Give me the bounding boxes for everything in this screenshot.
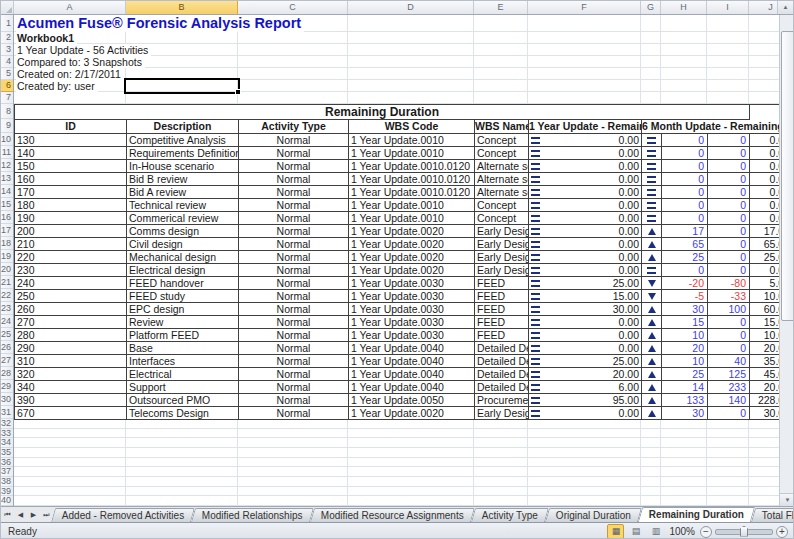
empty-cell[interactable] [528, 92, 641, 103]
sheet-tab-modified-resource-assignments[interactable]: Modified Resource Assignments [310, 508, 475, 522]
empty-cell[interactable] [641, 477, 661, 486]
empty-cell[interactable] [474, 68, 528, 79]
empty-cell[interactable] [661, 496, 707, 505]
row-header-40[interactable]: 40 [1, 496, 13, 506]
row-header-23[interactable]: 23 [1, 302, 13, 315]
empty-cell[interactable] [641, 487, 661, 496]
empty-cell[interactable] [14, 92, 126, 103]
empty-cell[interactable] [707, 32, 749, 43]
empty-cell[interactable] [348, 467, 474, 476]
empty-cell[interactable] [14, 448, 126, 457]
zoom-in-icon[interactable]: + [776, 526, 788, 538]
empty-cell[interactable] [707, 419, 749, 428]
empty-cell[interactable] [749, 438, 779, 447]
previous-sheet-icon[interactable]: ◀ [14, 508, 27, 522]
empty-cell[interactable] [14, 487, 126, 496]
fill-handle[interactable] [235, 89, 241, 95]
row-header-11[interactable]: 11 [1, 146, 13, 159]
empty-cell[interactable] [749, 487, 779, 496]
empty-cell[interactable] [238, 419, 348, 428]
empty-cell[interactable] [348, 477, 474, 486]
column-header-J[interactable]: J [749, 1, 777, 14]
zoom-level-label[interactable]: 100% [669, 526, 695, 537]
empty-cell[interactable] [14, 429, 126, 438]
vertical-scrollbar-thumb[interactable] [781, 31, 794, 321]
column-header-F[interactable]: F [528, 1, 641, 14]
row-header-7[interactable]: 7 [1, 92, 13, 104]
empty-cell[interactable] [474, 438, 528, 447]
empty-cell[interactable] [528, 496, 641, 505]
row-header-20[interactable]: 20 [1, 263, 13, 276]
empty-cell[interactable] [14, 419, 126, 428]
empty-cell[interactable] [749, 448, 779, 457]
empty-cell[interactable] [14, 458, 126, 467]
empty-cell[interactable] [661, 44, 707, 55]
empty-cell[interactable] [661, 467, 707, 476]
empty-cell[interactable] [661, 15, 707, 31]
empty-cell[interactable] [126, 477, 238, 486]
row-header-26[interactable]: 26 [1, 341, 13, 354]
row-header-15[interactable]: 15 [1, 198, 13, 211]
row-header-5[interactable]: 5 [1, 68, 13, 80]
empty-cell[interactable] [238, 438, 348, 447]
empty-cell[interactable] [661, 487, 707, 496]
empty-cell[interactable] [749, 56, 779, 67]
table-row[interactable]: 190Commerical reviewNormal1 Year Update.… [15, 212, 779, 225]
empty-cell[interactable] [528, 56, 641, 67]
empty-cell[interactable] [749, 92, 779, 103]
empty-cell[interactable] [641, 429, 661, 438]
empty-cell[interactable] [661, 80, 707, 91]
table-row[interactable]: 160Bid B reviewNormal1 Year Update.0010.… [15, 173, 779, 186]
column-header-D[interactable]: D [348, 1, 474, 14]
row-header-29[interactable]: 29 [1, 380, 13, 393]
empty-cell[interactable] [641, 15, 661, 31]
empty-cell[interactable] [641, 92, 661, 103]
empty-cell[interactable] [126, 487, 238, 496]
sheet-tab-original-duration[interactable]: Original Duration [545, 508, 642, 522]
empty-cell[interactable] [661, 419, 707, 428]
empty-cell[interactable] [707, 92, 749, 103]
page-break-view-icon[interactable]: ▥ [647, 524, 664, 539]
empty-cell[interactable] [707, 438, 749, 447]
empty-cell[interactable] [707, 477, 749, 486]
table-row[interactable]: 200Comms designNormal1 Year Update.0020E… [15, 225, 779, 238]
empty-cell[interactable] [348, 496, 474, 505]
empty-cell[interactable] [474, 32, 528, 43]
empty-cell[interactable] [474, 15, 528, 31]
table-row[interactable]: 240FEED handoverNormal1 Year Update.0030… [15, 277, 779, 290]
row-header-18[interactable]: 18 [1, 237, 13, 250]
column-header-B[interactable]: B [126, 1, 238, 14]
row-header-27[interactable]: 27 [1, 354, 13, 367]
row-header-16[interactable]: 16 [1, 211, 13, 224]
empty-cell[interactable] [661, 68, 707, 79]
row-header-2[interactable]: 2 [1, 32, 13, 44]
table-row[interactable]: 280Platform FEEDNormal1 Year Update.0030… [15, 329, 779, 342]
empty-cell[interactable] [348, 419, 474, 428]
empty-cell[interactable] [238, 477, 348, 486]
empty-cell[interactable] [474, 458, 528, 467]
empty-cell[interactable] [126, 438, 238, 447]
row-header-24[interactable]: 24 [1, 315, 13, 328]
empty-cell[interactable] [348, 32, 474, 43]
empty-cell[interactable] [238, 80, 348, 91]
row-header-21[interactable]: 21 [1, 276, 13, 289]
empty-cell[interactable] [14, 477, 126, 486]
empty-cell[interactable] [661, 56, 707, 67]
empty-cell[interactable] [707, 448, 749, 457]
active-cell-selection[interactable] [124, 78, 240, 94]
empty-cell[interactable] [348, 438, 474, 447]
page-layout-view-icon[interactable]: ▤ [627, 524, 644, 539]
empty-cell[interactable] [238, 448, 348, 457]
empty-cell[interactable] [641, 496, 661, 505]
empty-cell[interactable] [126, 467, 238, 476]
row-header-17[interactable]: 17 [1, 224, 13, 237]
sheet-tab-remaining-duration[interactable]: Remaining Duration [638, 507, 755, 522]
empty-cell[interactable] [528, 438, 641, 447]
table-row[interactable]: 180Technical reviewNormal1 Year Update.0… [15, 199, 779, 212]
empty-cell[interactable] [661, 458, 707, 467]
empty-cell[interactable] [707, 80, 749, 91]
empty-cell[interactable] [348, 92, 474, 103]
first-sheet-icon[interactable]: ⏮ [1, 508, 14, 522]
row-header-22[interactable]: 22 [1, 289, 13, 302]
empty-cell[interactable] [528, 44, 641, 55]
